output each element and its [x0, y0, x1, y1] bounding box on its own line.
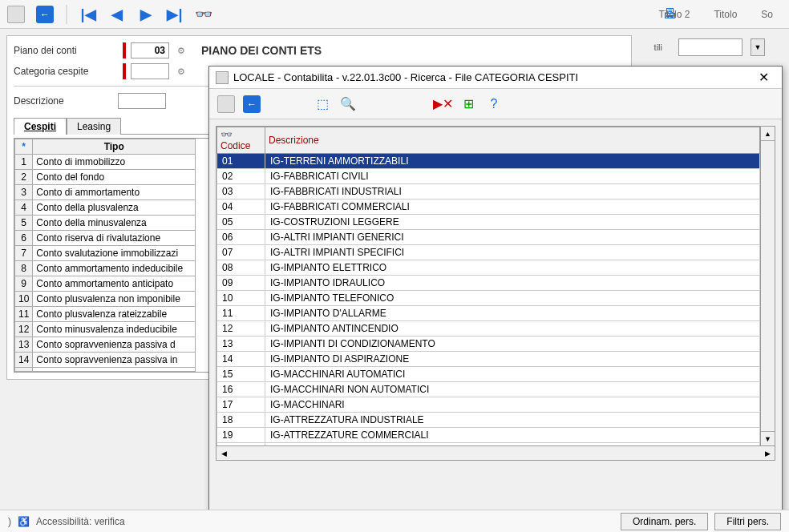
categoria-lookup-icon[interactable]: ⚙ [174, 64, 188, 79]
tab-titolo2[interactable]: Titolo 2 [659, 9, 690, 20]
dropdown-arrow-icon[interactable]: ▼ [751, 38, 765, 56]
tipo-cell: Conto di immobilizzo [33, 155, 196, 170]
row-num: 7 [15, 246, 33, 261]
dropdown-field[interactable] [678, 38, 742, 56]
grid-row[interactable]: 16IG-MACCHINARI NON AUTOMATICI [217, 382, 760, 397]
grid-row[interactable]: 11IG-IMPIANTO D'ALLARME [217, 306, 760, 321]
grid-row[interactable]: 04IG-FABBRICATI COMMERCIALI [217, 200, 760, 215]
scroll-right-icon[interactable]: ▶ [760, 446, 775, 460]
code-cell: 08 [217, 260, 265, 276]
grid-row[interactable]: 13IG-IMPIANTI DI CONDIZIONAMENTO [217, 337, 760, 352]
table-row[interactable]: 7Conto svalutazione immobilizzazi [15, 246, 196, 261]
grid-row[interactable]: 15IG-MACCHINARI AUTOMATICI [217, 367, 760, 382]
grid-row[interactable]: 07IG-ALTRI IMPIANTI SPECIFICI [217, 245, 760, 260]
table-row[interactable]: 11Conto plusvalenza rateizzabile [15, 307, 196, 322]
tipo-header: Tipo [33, 139, 196, 155]
categoria-label: Categoria cespite [14, 66, 118, 77]
code-cell: 17 [217, 397, 265, 413]
table-row[interactable]: 4Conto della plusvalenza [15, 200, 196, 216]
desc-cell: IG-ALTRI IMPIANTI SPECIFICI [265, 245, 760, 260]
last-button[interactable]: ▶| [164, 3, 186, 26]
help-icon[interactable]: ? [484, 94, 504, 115]
grid-row[interactable]: 02IG-FABBRICATI CIVILI [217, 169, 760, 184]
row-marker-header: * [15, 139, 33, 155]
code-cell: 01 [217, 154, 265, 169]
search-icon[interactable]: 👓 [192, 3, 215, 26]
grid-row[interactable]: 12IG-IMPIANTO ANTINCENDIO [217, 321, 760, 337]
tab-leasing[interactable]: Leasing [67, 118, 121, 135]
grid-row[interactable]: 10IG-IMPIANTO TELEFONICO [217, 291, 760, 306]
table-row[interactable]: 13Conto sopravvenienza passiva d [15, 337, 196, 353]
ordinam-button[interactable]: Ordinam. pers. [621, 513, 708, 530]
first-button[interactable]: |◀ [77, 3, 99, 26]
col-codice[interactable]: 👓Codice [217, 127, 265, 154]
piano-lookup-icon[interactable]: ⚙ [174, 43, 188, 58]
search-doc-icon[interactable]: 🔍 [338, 94, 358, 115]
grid-row[interactable]: 06IG-ALTRI IMPIANTI GENERICI [217, 230, 760, 245]
vertical-scrollbar[interactable]: ▲ ▼ [760, 127, 775, 445]
table-row[interactable]: 5Conto della minusvalenza [15, 216, 196, 231]
dd-label: tili [654, 42, 662, 52]
col-descrizione[interactable]: Descrizione [265, 127, 760, 154]
secondary-dropdown: tili ▼ [654, 38, 789, 56]
filtri-button[interactable]: Filtri pers. [714, 513, 781, 530]
tipo-cell: Conto di ammortamento [33, 185, 196, 200]
scroll-left-icon[interactable]: ◀ [216, 446, 231, 460]
prev-button[interactable]: ◀ [106, 3, 128, 26]
table-row[interactable]: 1Conto di immobilizzo [15, 155, 196, 170]
table-row[interactable]: 8Conto ammortamento indeducibile [15, 261, 196, 276]
tab-cespiti[interactable]: Cespiti [14, 118, 67, 135]
horizontal-scrollbar[interactable]: ◀ ▶ [216, 446, 775, 461]
back-button[interactable]: ← [34, 3, 56, 26]
next-button[interactable]: ▶ [135, 3, 157, 26]
menu-button[interactable] [5, 3, 27, 26]
tipo-cell: Conto plusvalenza non imponibile [33, 292, 196, 307]
page-title: PIANO DEI CONTI ETS [201, 44, 322, 57]
code-cell: 20 [217, 443, 265, 446]
excel-icon[interactable]: ⊞ [458, 94, 479, 115]
categoria-input[interactable] [131, 63, 169, 79]
piano-input[interactable] [131, 42, 169, 58]
grid-row[interactable]: 14IG-IMPIANTO DI ASPIRAZIONE [217, 352, 760, 367]
top-document-tabs: Titolo 2 Titolo So [643, 0, 790, 29]
table-row[interactable]: 2Conto del fondo [15, 170, 196, 185]
desc-cell: IG-MACCHINARI NON AUTOMATICI [265, 382, 760, 397]
grid-row[interactable]: 18IG-ATTREZZATURA INDUSTRIALE [217, 413, 760, 428]
table-row[interactable]: 12Conto minusvalenza indeducibile [15, 322, 196, 337]
desc-cell: IG-IMPIANTO D'ALLARME [265, 306, 760, 321]
popup-menu-button[interactable] [216, 94, 237, 115]
search-popup: LOCALE - Contabilita - v.22.01.3c00 - Ri… [208, 66, 783, 514]
grid-row[interactable]: 20IG-ATTREZZATURA VARIA E MINUTA [217, 443, 760, 446]
row-num: 3 [15, 185, 33, 200]
table-row[interactable]: 10Conto plusvalenza non imponibile [15, 292, 196, 307]
popup-back-button[interactable]: ← [241, 94, 262, 115]
desc-input[interactable] [118, 93, 166, 109]
scroll-up-icon[interactable]: ▲ [761, 127, 775, 141]
tab-so[interactable]: So [761, 9, 773, 20]
accessibility-label[interactable]: Accessibilità: verifica [36, 516, 125, 527]
select-icon[interactable]: ⬚ [312, 94, 333, 115]
code-cell: 04 [217, 200, 265, 215]
scroll-down-icon[interactable]: ▼ [761, 431, 775, 445]
close-paren: ) [8, 516, 11, 527]
table-row[interactable]: 9Conto ammortamento anticipato [15, 276, 196, 292]
close-icon[interactable]: ✕ [751, 70, 775, 85]
table-row[interactable]: 3Conto di ammortamento [15, 185, 196, 200]
accessibility-icon: ♿ [18, 516, 30, 527]
tab-titolo[interactable]: Titolo [714, 9, 737, 20]
table-row[interactable]: 6Conto riserva di rivalutazione [15, 231, 196, 246]
delete-icon[interactable]: ▶✕ [432, 94, 453, 115]
table-row[interactable]: 14Conto sopravvenienza passiva in [15, 353, 196, 368]
grid-row[interactable]: 08IG-IMPIANTO ELETTRICO [217, 260, 760, 276]
grid-row[interactable]: 05IG-COSTRUZIONI LEGGERE [217, 215, 760, 230]
popup-titlebar: LOCALE - Contabilita - v.22.01.3c00 - Ri… [209, 66, 782, 89]
desc-cell: IG-IMPIANTO IDRAULICO [265, 276, 760, 291]
grid-row[interactable]: 17IG-MACCHINARI [217, 397, 760, 413]
grid-row[interactable]: 09IG-IMPIANTO IDRAULICO [217, 276, 760, 291]
code-cell: 13 [217, 337, 265, 352]
grid-row[interactable]: 03IG-FABBRICATI INDUSTRIALI [217, 184, 760, 200]
grid-row[interactable]: 19IG-ATTREZZATURE COMMERCIALI [217, 428, 760, 443]
grid-row[interactable]: 01IG-TERRENI AMMORTIZZABILI [217, 154, 760, 169]
status-bar: ) ♿ Accessibilità: verifica Ordinam. per… [0, 510, 789, 532]
row-num: 12 [15, 322, 33, 337]
